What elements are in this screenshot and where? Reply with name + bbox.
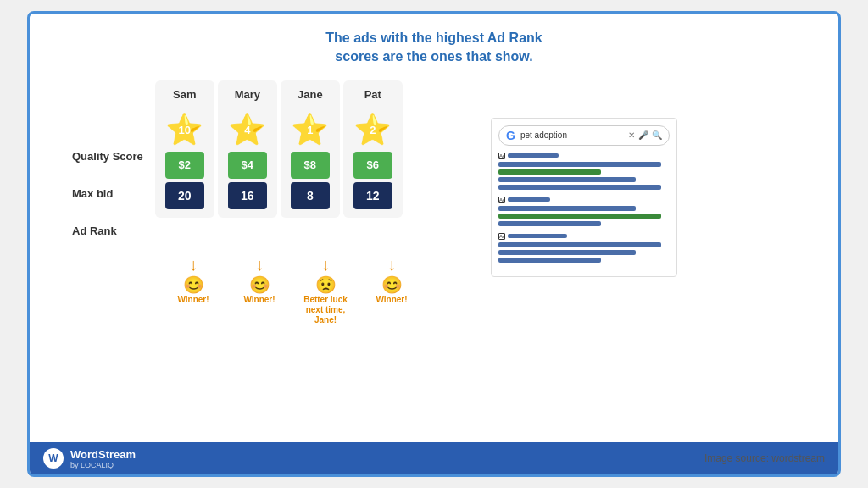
result-label-jane: Better luck next time, Jane! [296,295,355,325]
person-name-jane: Jane [298,86,323,104]
star-icon-sam: ⭐ [165,114,203,145]
rank-cell-pat: 12 [353,182,392,209]
content-area: The ads with the highest Ad Rank scores … [30,14,838,442]
mic-icon: 🎤 [638,130,648,140]
rank-cell-jane: 8 [291,182,330,209]
emoji-sam: 😊 [183,274,204,295]
ad-rank-label: Ad Rank [72,213,148,250]
quality-score-cell-jane: ⭐ 1 [291,111,330,148]
page-title: The ads with the highest Ad Rank scores … [326,29,542,67]
ad-label-1: Ad [498,152,670,159]
comparison-table: Quality Score Max bid Ad Rank Sam ⭐ 10 $… [72,80,403,250]
star-icon-jane: ⭐ [291,114,329,145]
emoji-jane: 😟 [315,274,337,295]
footer: W WordStream by LOCALIQ Image source: wo… [30,442,838,474]
arrow-jane: ↓ [321,255,330,274]
ad-line-3b [498,250,636,255]
row-labels: Quality Score Max bid Ad Rank [72,113,148,250]
rank-cell-sam: 20 [165,182,204,209]
ad-dot-1: Ad [498,152,505,159]
person-col-sam: Sam ⭐ 10 $2 20 [155,80,214,218]
google-logo: G [506,129,515,142]
brand-sub: by LOCALIQ [70,461,136,469]
emoji-mary: 😊 [249,274,270,295]
bid-cell-pat: $6 [353,152,392,179]
ad-dot-3: Ad [498,233,505,240]
person-col-jane: Jane ⭐ 1 $8 8 [281,80,340,218]
ad-line-1a [498,162,661,167]
bid-cell-jane: $8 [291,152,330,179]
quality-score-cell-mary: ⭐ 4 [228,111,267,148]
star-icon-mary: ⭐ [228,114,266,145]
bid-cell-mary: $4 [228,152,267,179]
ad-label-3: Ad [498,233,670,240]
footer-brand: W WordStream by LOCALIQ [43,448,136,469]
ad-line-1c [498,177,636,182]
ad-line-3c [498,258,601,263]
result-jane: ↓😟Better luck next time, Jane! [296,255,355,325]
google-mockup: G pet adoption ✕ 🎤 🔍 Ad [491,118,677,277]
arrow-mary: ↓ [255,255,264,274]
ad-line-2b [498,214,661,219]
result-label-mary: Winner! [243,295,275,305]
ad-line-1d [498,185,661,190]
ad-block-2: Ad [498,197,670,226]
person-columns: Sam ⭐ 10 $2 20 Mary ⭐ 4 $4 16 Jane ⭐ 1 $… [155,80,403,218]
ad-block-3: Ad [498,233,670,263]
results-row: ↓😊Winner!↓😊Winner!↓😟Better luck next tim… [162,255,423,325]
person-name-mary: Mary [235,86,260,104]
arrow-sam: ↓ [189,255,198,274]
ad-block-1: Ad [498,152,670,190]
person-name-pat: Pat [364,86,381,104]
ad-label-2: Ad [498,197,670,203]
person-name-sam: Sam [173,86,196,104]
search-icon: 🔍 [652,130,662,140]
brand-name: WordStream [70,448,136,461]
image-source: Image source: wordstream [704,452,825,464]
emoji-pat: 😊 [381,274,403,295]
star-icon-pat: ⭐ [353,114,392,145]
person-col-pat: Pat ⭐ 2 $6 12 [343,80,403,218]
footer-logo: W [43,448,64,469]
ad-dot-2: Ad [498,197,505,203]
bid-cell-sam: $2 [165,152,204,179]
search-input-mock: pet adoption [520,130,628,140]
search-bar: G pet adoption ✕ 🎤 🔍 [498,125,670,146]
max-bid-label: Max bid [72,175,148,213]
result-label-sam: Winner! [177,295,209,305]
result-pat: ↓😊Winner! [362,255,421,325]
main-card: The ads with the highest Ad Rank scores … [27,11,841,477]
result-sam: ↓😊Winner! [164,255,223,325]
ad-line-2c [498,221,601,226]
title-line1: The ads with the highest Ad Rank [326,30,542,45]
search-icons: ✕ 🎤 🔍 [628,130,662,140]
quality-score-cell-pat: ⭐ 2 [353,111,392,148]
ad-line-3a [498,242,661,247]
quality-score-cell-sam: ⭐ 10 [165,111,204,148]
clear-icon: ✕ [628,130,635,140]
ad-line-2a [498,206,636,211]
arrow-pat: ↓ [387,255,396,274]
ad-line-1b [498,169,601,175]
footer-text: WordStream by LOCALIQ [70,448,136,469]
quality-score-label: Quality Score [72,138,148,175]
person-col-mary: Mary ⭐ 4 $4 16 [218,80,277,218]
result-label-pat: Winner! [376,295,407,305]
result-mary: ↓😊Winner! [230,255,289,325]
rank-cell-mary: 16 [228,182,267,209]
title-line2: scores are the ones that show. [335,49,532,64]
